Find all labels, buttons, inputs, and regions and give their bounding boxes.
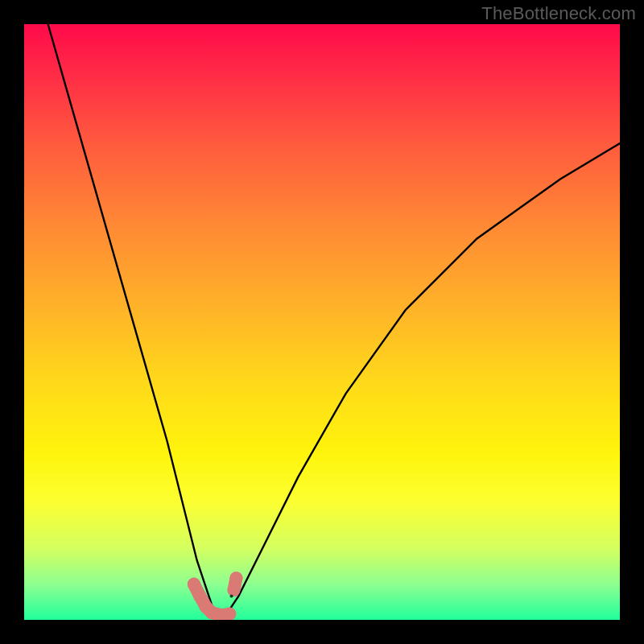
curve-svg (24, 24, 620, 620)
marker-cluster (188, 572, 243, 620)
marker-dot (229, 572, 242, 584)
chart-frame: TheBottleneck.com (0, 0, 644, 644)
marker-dot (227, 584, 240, 597)
marker-dot (188, 578, 200, 591)
min-point-dot (230, 594, 233, 597)
plot-area (24, 24, 620, 620)
marker-dot (223, 608, 236, 620)
watermark-text: TheBottleneck.com (481, 3, 636, 24)
bottleneck-curve (48, 24, 620, 617)
